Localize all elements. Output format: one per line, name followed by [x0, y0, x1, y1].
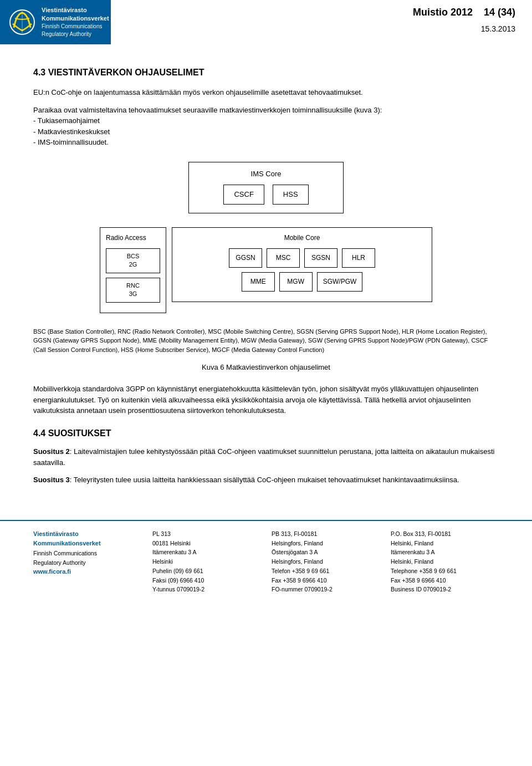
doc-title: Muistio 2012: [413, 6, 484, 19]
ims-inner: CSCF HSS: [197, 185, 335, 205]
hss-node: HSS: [273, 185, 309, 205]
footer-businessid: Business ID 0709019-2: [391, 585, 499, 594]
footer-hki-fi: Helsinki, Finland: [391, 539, 499, 548]
suositus-3: Suositus 3: Teleyritysten tulee uusia la…: [33, 474, 499, 486]
footer-phone: Puhelin (09) 69 661: [152, 566, 260, 576]
radio-access-box: Radio Access BCS2G RNC3G: [100, 227, 166, 313]
mobile-core-row2: MME MGW SGW/PGW: [178, 272, 426, 292]
header: Viestintävirasto Kommunikationsverket Fi…: [0, 0, 532, 44]
brand-name-sv: Kommunikationsverket: [42, 14, 109, 23]
logo-icon: [8, 8, 36, 36]
suositus-2-text: : Laitevalmistajien tulee kehitystyössää…: [33, 447, 494, 467]
footer-brand-fi: Viestintävirasto: [33, 529, 141, 539]
mobile-core-label: Mobile Core: [178, 233, 426, 243]
footer-street: Itämerenkatu 3 A: [152, 548, 260, 557]
footer-english2: Regulatory Authority: [33, 558, 141, 568]
brand-name-fi: Viestintävirasto: [42, 6, 109, 14]
page-number: 14 (34): [484, 6, 515, 19]
footer-english1: Finnish Communications: [33, 549, 141, 558]
rnc-3g-node: RNC3G: [106, 278, 160, 303]
logo-text-block: Viestintävirasto Kommunikationsverket Fi…: [42, 6, 109, 39]
footer-gatan: Östersjögatan 3 A: [272, 548, 380, 557]
main-content: 4.3 VIESTINTÄVERKON OHJAUSELIMET EU:n Co…: [0, 44, 532, 503]
sgsn-node: SGSN: [304, 248, 337, 268]
footer-street-en: Itämerenkatu 3 A: [391, 548, 499, 557]
header-date: 15.3.2013: [122, 24, 515, 35]
msc-node: MSC: [267, 248, 300, 268]
footer-ytunnus: Y-tunnus 0709019-2: [152, 585, 260, 594]
brand-name-en1: Finnish Communications: [42, 23, 109, 30]
footer-pb: PB 313, FI-00181: [272, 529, 380, 539]
body-para-1b: Työ on kuitenkin vielä alkuvaiheessa eik…: [98, 396, 362, 404]
figure-caption: Kuva 6 Matkaviestinverkon ohjauselimet: [33, 362, 499, 372]
footer-pobox: P.O. Box 313, FI-00181: [391, 529, 499, 539]
footer-col4: P.O. Box 313, FI-00181 Helsinki, Finland…: [391, 529, 499, 595]
logo-area: Viestintävirasto Kommunikationsverket Fi…: [0, 0, 111, 44]
footer-website[interactable]: www.ficora.fi: [33, 567, 141, 577]
footer-fax3: Fax +358 9 6966 410: [272, 576, 380, 585]
suositus-3-label: Suositus 3: [33, 476, 70, 484]
mobile-core-row1: GGSN MSC SGSN HLR: [178, 248, 426, 268]
ggsn-node: GGSN: [229, 248, 262, 268]
cscf-node: CSCF: [223, 185, 264, 205]
header-right: Muistio 2012 14 (34) 15.3.2013: [111, 0, 532, 44]
footer-helsinki: 00181 Helsinki: [152, 539, 260, 548]
footer-fax-en: Fax +358 9 6966 410: [391, 576, 499, 585]
ims-core-box: IMS Core CSCF HSS: [188, 162, 344, 213]
section-43-para1: EU:n CoC-ohje on laajentumassa käsittämä…: [33, 87, 499, 98]
hlr-node: HLR: [342, 248, 375, 268]
body-para-1: Mobiiliverkkoja standardoiva 3GPP on käy…: [33, 384, 499, 416]
suositus-2: Suositus 2: Laitevalmistajien tulee kehi…: [33, 446, 499, 468]
suositus-3-text: : Teleyritysten tulee uusia laitteita ha…: [70, 476, 459, 484]
footer-telefon: Telefon +358 9 69 661: [272, 566, 380, 576]
radio-access-label: Radio Access: [106, 233, 160, 243]
footer-col2: PL 313 00181 Helsinki Itämerenkatu 3 A H…: [152, 529, 260, 595]
footer-pl: PL 313: [152, 529, 260, 539]
footer: Viestintävirasto Kommunikationsverket Fi…: [0, 520, 532, 600]
footer-brand-sv: Kommunikationsverket: [33, 539, 141, 549]
bcs-2g-node: BCS2G: [106, 248, 160, 273]
footer-fax: Faksi (09) 6966 410: [152, 576, 260, 585]
footer-col1: Viestintävirasto Kommunikationsverket Fi…: [33, 529, 141, 595]
network-diagram: IMS Core CSCF HSS Radio Access BCS2G RNC…: [100, 162, 432, 313]
footer-city: Helsinki: [152, 557, 260, 566]
footer-hki-fi2: Helsinki, Finland: [391, 557, 499, 566]
mgw-node: MGW: [279, 272, 313, 292]
section-43-heading: 4.3 VIESTINTÄVERKON OHJAUSELIMET: [33, 67, 499, 79]
bottom-diagram: Radio Access BCS2G RNC3G Mobile Core GGS…: [100, 227, 432, 313]
ims-core-label: IMS Core: [197, 169, 335, 179]
footer-fo: FO-nummer 0709019-2: [272, 585, 380, 594]
footer-hfors: Helsingfors, Finland: [272, 539, 380, 548]
section-44-heading: 4.4 SUOSITUKSET: [33, 427, 499, 440]
page: Viestintävirasto Kommunikationsverket Fi…: [0, 0, 532, 766]
footer-hfors2: Helsingfors, Finland: [272, 557, 380, 566]
suositus-2-label: Suositus 2: [33, 447, 70, 456]
mme-node: MME: [242, 272, 275, 292]
brand-name-en2: Regulatory Authority: [42, 30, 109, 38]
diagram-caption: BSC (Base Station Controller), RNC (Radi…: [33, 327, 499, 355]
footer-telephone-en: Telephone +358 9 69 661: [391, 566, 499, 576]
footer-col3: PB 313, FI-00181 Helsingfors, Finland Ös…: [272, 529, 380, 595]
sgw-pgw-node: SGW/PGW: [317, 272, 363, 292]
header-title-row: Muistio 2012 14 (34): [122, 6, 515, 19]
section-43-para2: Paraikaa ovat valmisteltavina tehovaatim…: [33, 105, 499, 148]
mobile-core-box: Mobile Core GGSN MSC SGSN HLR MME MGW SG…: [172, 227, 432, 302]
